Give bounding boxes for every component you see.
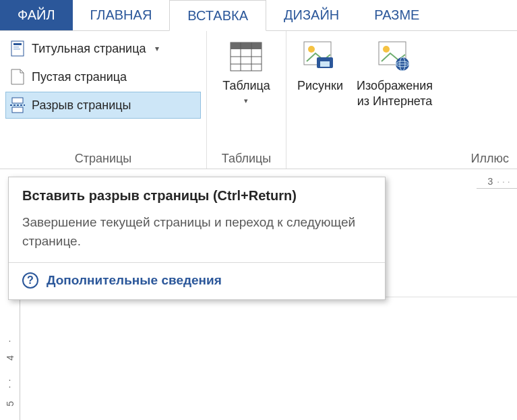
tab-design[interactable]: ДИЗАЙН bbox=[266, 0, 357, 30]
tooltip-more-link[interactable]: ? Дополнительные сведения bbox=[22, 272, 371, 289]
ribbon-tabs: ФАЙЛ ГЛАВНАЯ ВСТАВКА ДИЗАЙН РАЗМЕ bbox=[0, 0, 517, 31]
group-tables: Таблица ▾ Таблицы bbox=[207, 31, 286, 169]
group-illustrations: Рисунки Изображени bbox=[286, 31, 517, 169]
group-pages: Титульная страница ▾ Пустая страница bbox=[0, 31, 207, 169]
cover-page-label: Титульная страница bbox=[32, 42, 146, 56]
blank-page-button[interactable]: Пустая страница bbox=[5, 63, 201, 90]
pictures-icon bbox=[303, 39, 338, 74]
tab-home[interactable]: ГЛАВНАЯ bbox=[73, 0, 170, 30]
tooltip-page-break: Вставить разрыв страницы (Ctrl+Return) З… bbox=[8, 177, 386, 300]
svg-rect-8 bbox=[231, 42, 262, 49]
cover-page-icon bbox=[10, 40, 25, 57]
help-icon: ? bbox=[22, 272, 38, 289]
ruler-vertical: 5 · · 4 · bbox=[0, 297, 20, 420]
dropdown-icon: ▾ bbox=[155, 44, 159, 53]
tooltip-more-label: Дополнительные сведения bbox=[47, 273, 222, 288]
page-break-icon bbox=[10, 96, 25, 114]
document-area[interactable] bbox=[20, 297, 517, 420]
cover-page-button[interactable]: Титульная страница ▾ bbox=[5, 35, 201, 62]
dropdown-icon: ▾ bbox=[244, 96, 248, 106]
svg-rect-5 bbox=[12, 107, 23, 113]
ruler-horizontal: 3 · · · bbox=[477, 174, 517, 189]
ruler-v-mark: 4 bbox=[5, 355, 16, 361]
ribbon: Титульная страница ▾ Пустая страница bbox=[0, 31, 517, 169]
svg-point-14 bbox=[308, 46, 315, 53]
tab-file[interactable]: ФАЙЛ bbox=[0, 0, 73, 30]
page-break-label: Разрыв страницы bbox=[32, 98, 131, 113]
online-pictures-label-2: из Интернета bbox=[357, 94, 433, 109]
tooltip-separator bbox=[9, 262, 385, 263]
group-tables-label: Таблицы bbox=[212, 149, 280, 166]
tab-layout[interactable]: РАЗМЕ bbox=[357, 0, 437, 30]
svg-rect-2 bbox=[13, 47, 19, 48]
pictures-label: Рисунки bbox=[297, 78, 343, 94]
ruler-v-mark: 5 bbox=[5, 401, 16, 407]
pictures-button[interactable]: Рисунки bbox=[292, 35, 348, 109]
online-pictures-icon bbox=[377, 39, 413, 74]
online-pictures-label-1: Изображения bbox=[357, 78, 433, 94]
blank-page-label: Пустая страница bbox=[32, 70, 127, 84]
svg-rect-3 bbox=[13, 49, 20, 50]
svg-point-18 bbox=[383, 46, 390, 53]
table-label: Таблица bbox=[222, 78, 270, 94]
tooltip-description: Завершение текущей страницы и переход к … bbox=[22, 213, 371, 250]
group-pages-label: Страницы bbox=[5, 149, 201, 166]
svg-rect-16 bbox=[320, 61, 330, 67]
tab-insert[interactable]: ВСТАВКА bbox=[169, 0, 266, 31]
svg-rect-4 bbox=[12, 98, 23, 103]
group-illustrations-label: Иллюс bbox=[292, 149, 512, 166]
table-button[interactable]: Таблица ▾ bbox=[217, 35, 276, 149]
tooltip-title: Вставить разрыв страницы (Ctrl+Return) bbox=[22, 188, 371, 204]
online-pictures-button[interactable]: Изображения из Интернета bbox=[351, 35, 438, 109]
table-icon bbox=[229, 39, 264, 74]
blank-page-icon bbox=[10, 68, 25, 86]
ruler-h-mark: 3 bbox=[483, 176, 497, 187]
svg-rect-1 bbox=[13, 43, 22, 45]
page-break-button[interactable]: Разрыв страницы bbox=[5, 92, 201, 119]
